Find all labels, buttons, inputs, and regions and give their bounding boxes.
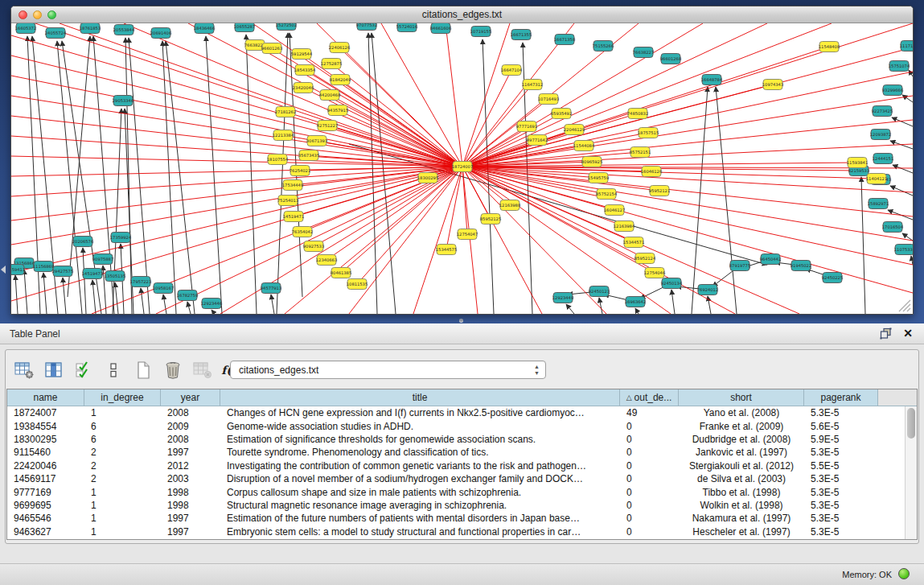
graph-node[interactable]: 16782759 [177,290,198,301]
graph-node[interactable]: 44200468 [319,90,340,101]
split-divider-handle[interactable] [459,319,463,322]
graph-node[interactable]: 10974343 [762,80,783,90]
graph-node[interactable]: 76354042 [292,227,313,237]
graph-node[interactable]: 15344571 [623,237,644,248]
graph-node[interactable]: 22406126 [329,43,350,53]
graph-node[interactable]: 10655287 [234,23,255,32]
vertical-scrollbar[interactable] [905,406,917,539]
close-panel-icon[interactable]: ✕ [901,327,914,340]
graph-node[interactable]: 17957223 [130,277,151,287]
graph-node[interactable]: 15344575 [436,245,457,255]
graph-node[interactable]: 10958167 [153,283,174,294]
graph-node[interactable]: 20206576 [72,237,93,247]
graph-node[interactable]: 11647312 [522,80,543,90]
graph-node[interactable]: 76638227 [633,47,654,58]
graph-node[interactable]: 12923449 [552,293,573,303]
graph-node[interactable]: 11544084 [573,141,595,151]
graph-node[interactable]: 12752875 [321,59,342,69]
column-header-in_degree[interactable]: in_degree [84,389,161,406]
graph-node[interactable]: 55724016 [396,23,417,32]
graph-node[interactable]: 12444151 [873,154,893,164]
graph-node[interactable]: 29053346 [113,96,133,106]
graph-node[interactable]: 85952124 [634,253,656,264]
table-row[interactable]: 1456911722003Disruption of a novel membe… [7,472,905,485]
graph-node[interactable]: 39159411 [11,265,25,275]
graph-node[interactable]: 23420046 [293,83,314,93]
graph-node[interactable]: 15751074 [889,61,910,72]
delete-table-icon[interactable] [192,360,213,381]
table-row[interactable]: 1872400712008Changes of HCN gene express… [7,406,905,419]
graph-node[interactable]: 12213384 [273,130,294,141]
graph-node[interactable]: 96450442 [760,254,781,265]
graph-node[interactable]: 10719155 [470,27,491,37]
graph-node[interactable]: 29427575 [52,266,73,277]
graph-node[interactable]: 12093872 [870,130,891,140]
graph-node[interactable]: 87919775 [729,261,750,271]
table-row[interactable]: 977716911998Corpus callosum shape and si… [7,485,905,498]
resize-grip-icon[interactable] [896,297,912,313]
graph-node[interactable]: 95952121 [649,186,670,196]
graph-node[interactable]: 16046127 [604,205,625,216]
graph-node[interactable]: 42751227 [317,121,338,131]
column-header-out_de[interactable]: △out_de... [620,389,679,406]
graph-node[interactable]: 96601268 [660,54,681,64]
graph-node[interactable]: 15495759 [588,173,609,183]
delete-rows-trash-icon[interactable] [162,360,183,381]
table-settings-icon[interactable] [14,360,35,381]
graph-node[interactable]: 12340663 [316,255,337,266]
column-header-pagerank[interactable]: pagerank [804,389,878,406]
graph-node[interactable]: 97077532 [356,23,377,31]
graph-node[interactable]: 76254021 [290,166,310,176]
graph-node[interactable]: 16605372 [15,23,36,34]
graph-node[interactable]: 75155266 [593,41,614,51]
graph-node[interactable]: 14519471 [283,212,304,222]
graph-node[interactable]: 12754046 [644,268,665,278]
graph-node[interactable]: 84661606 [430,23,451,34]
graph-node[interactable]: 22046129 [564,125,585,135]
select-columns-icon[interactable] [73,360,94,381]
graph-node[interactable]: 74850832 [627,109,648,119]
graph-node[interactable]: 30671393 [306,136,327,146]
graph-node[interactable]: 16671358 [554,35,575,45]
graph-node[interactable]: 18757515 [638,128,659,138]
graph-node[interactable]: 11171234 [900,41,913,51]
graph-node[interactable]: 20691406 [150,28,171,39]
scrollbar-thumb[interactable] [907,408,915,439]
graph-node[interactable]: 20553844 [113,25,135,35]
network-window-titlebar[interactable]: citations_edges.txt [11,6,913,23]
graph-node[interactable]: 93299666 [882,85,903,96]
graph-node[interactable]: 11156869 [33,262,54,272]
table-row[interactable]: 969969511998Structural magnetic resonanc… [7,499,905,512]
graph-node[interactable]: 90927533 [303,241,324,252]
graph-node[interactable]: 81842049 [330,75,351,85]
graph-node[interactable]: 59129544 [291,49,313,60]
graph-node[interactable]: 75254013 [277,196,298,206]
graph-node[interactable]: 80461385 [331,268,351,278]
graph-node[interactable]: 92450225 [822,273,843,283]
float-window-icon[interactable] [879,327,892,340]
graph-node[interactable]: 24055724 [45,28,67,39]
graph-node[interactable]: 90975887 [92,254,113,265]
graph-node[interactable]: 18761853 [80,23,101,34]
graph-node[interactable]: 16648784 [701,75,723,85]
graph-node[interactable]: 35673435 [298,150,319,161]
graph-node[interactable]: 12163988 [499,200,520,211]
graph-node[interactable]: 92450134 [661,278,683,289]
graph-node[interactable]: 97771691 [516,122,537,132]
graph-node[interactable]: 85952125 [480,214,501,225]
graph-node[interactable]: 18300295 [417,173,438,183]
graph-node[interactable]: 94357915 [327,105,348,116]
graph-node[interactable]: 92273425 [872,106,893,117]
graph-node[interactable]: 18436466 [194,23,215,34]
graph-node[interactable]: 80965925 [581,157,602,167]
graph-node[interactable]: 10716493 [538,94,559,105]
table-row[interactable]: 1938455462009Genome-wide association stu… [7,419,905,432]
graph-node[interactable]: 10811535 [347,279,368,290]
row-height-icon[interactable] [103,360,124,381]
graph-node[interactable]: 15892971 [868,199,889,209]
graph-node[interactable]: 91945022 [791,261,811,271]
panel-collapse-arrow-icon[interactable] [1,266,6,274]
graph-node[interactable]: 17359924 [110,233,132,243]
graph-node[interactable]: 13505135 [105,271,125,282]
table-row[interactable]: 946554611997Estimation of the future num… [7,512,905,525]
